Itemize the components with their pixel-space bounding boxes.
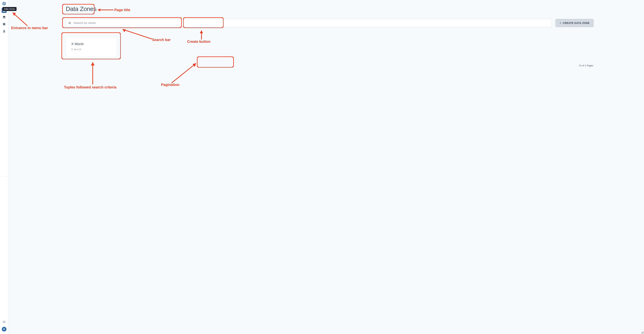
search-input[interactable] bbox=[66, 19, 552, 27]
resize-corner-icon bbox=[641, 331, 644, 334]
anno-label-tuples: Tuples followed search criteria bbox=[64, 85, 116, 89]
anno-label-pagination: Pagination bbox=[161, 83, 179, 87]
pagination: #1 of 1 Pages bbox=[66, 64, 594, 67]
user-icon[interactable] bbox=[2, 29, 7, 34]
main: Data Zones + Create Data Zone X World X … bbox=[8, 0, 644, 334]
svg-point-4 bbox=[69, 22, 70, 24]
svg-line-5 bbox=[70, 23, 71, 24]
create-data-zone-button[interactable]: + Create Data Zone bbox=[556, 19, 594, 27]
plus-icon: + bbox=[560, 22, 561, 25]
results-grid: X World X World bbox=[66, 37, 228, 57]
user-badge[interactable]: B bbox=[2, 327, 6, 331]
svg-point-3 bbox=[4, 30, 5, 31]
sidebar-tooltip: Data Zones bbox=[2, 7, 16, 11]
external-icon[interactable] bbox=[2, 22, 7, 27]
page-title: Data Zones bbox=[66, 6, 594, 13]
create-button-label: Create Data Zone bbox=[563, 22, 590, 25]
search-wrap bbox=[66, 19, 552, 27]
search-icon bbox=[68, 22, 71, 25]
power-icon[interactable] bbox=[2, 319, 7, 324]
globe-icon[interactable] bbox=[2, 1, 7, 6]
database-icon[interactable] bbox=[2, 15, 7, 20]
data-zone-card[interactable]: X World X World bbox=[66, 37, 117, 57]
card-desc: X World bbox=[71, 48, 112, 51]
card-title: X World bbox=[71, 42, 112, 46]
sidebar: B bbox=[0, 0, 8, 334]
